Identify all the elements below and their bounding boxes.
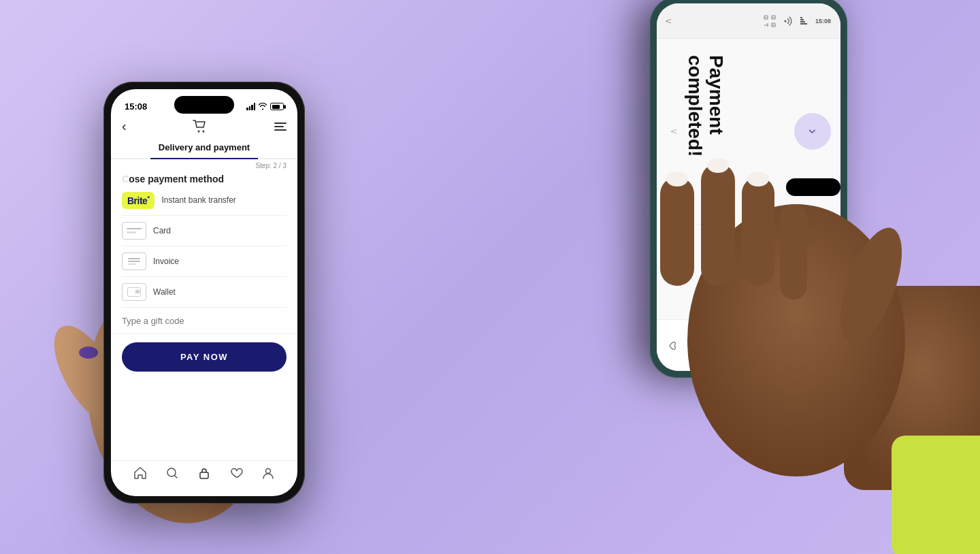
payment-option-wallet[interactable]: Wallet bbox=[122, 277, 287, 308]
svg-point-11 bbox=[198, 130, 200, 132]
payment-details: Amount: 200 EUR Bank: Nordea Reference: … bbox=[657, 224, 840, 319]
svg-line-17 bbox=[175, 476, 178, 478]
landscape-main: › Paymentcompleted! ∨ bbox=[657, 39, 840, 224]
battery-icon bbox=[270, 103, 284, 110]
svg-rect-37 bbox=[765, 17, 766, 18]
step-indicator: Step: 2 / 3 bbox=[111, 159, 297, 171]
nav-home-icon[interactable] bbox=[133, 466, 147, 480]
detail-amount: Amount: 200 EUR bbox=[764, 233, 772, 311]
svg-point-12 bbox=[203, 130, 205, 132]
landscape-signal-bars bbox=[800, 17, 807, 25]
cart-icon[interactable] bbox=[193, 120, 208, 133]
svg-point-15 bbox=[137, 291, 138, 292]
close-button[interactable]: CLOSE bbox=[751, 333, 830, 359]
svg-rect-35 bbox=[772, 17, 774, 18]
power-button bbox=[757, 377, 786, 380]
menu-button[interactable] bbox=[274, 123, 287, 131]
nav-search-icon[interactable] bbox=[165, 466, 179, 480]
payment-method-section: Cose payment method Brite* Instant bank … bbox=[111, 171, 297, 308]
close-panel: CLOSE Brite* 03090-4165 bbox=[657, 319, 840, 371]
landscape-wifi-icon bbox=[784, 16, 792, 26]
landscape-refresh-icon[interactable] bbox=[685, 340, 696, 351]
gift-code-section[interactable] bbox=[111, 308, 297, 334]
payment-option-card[interactable]: Card bbox=[122, 216, 287, 246]
payment-complete-title: Paymentcompleted! bbox=[684, 55, 726, 208]
nav-heart-icon[interactable] bbox=[229, 466, 243, 480]
scroll-down-indicator: ∨ bbox=[669, 55, 680, 208]
wifi-icon bbox=[259, 103, 267, 110]
landscape-time: 15:08 bbox=[815, 18, 831, 25]
landscape-sidebar: 15:08 bbox=[657, 3, 840, 39]
landscape-signal bbox=[800, 17, 807, 25]
card-description: Card bbox=[153, 226, 171, 235]
delivery-payment-tab[interactable]: Delivery and payment bbox=[150, 140, 258, 159]
time-left: 15:08 bbox=[125, 101, 147, 112]
phone-nav-bar: ‹ bbox=[111, 114, 297, 140]
nav-lock-icon[interactable] bbox=[197, 466, 211, 480]
dynamic-island-right bbox=[786, 178, 840, 196]
pay-now-button[interactable]: PAY NOW bbox=[122, 342, 287, 372]
landscape-scan-icon bbox=[764, 15, 776, 27]
landscape-chevron-down: ∨ bbox=[664, 18, 674, 25]
dynamic-island-left bbox=[174, 96, 234, 114]
pay-now-section: PAY NOW bbox=[111, 334, 297, 380]
brite-id: 03090-4165 bbox=[713, 331, 719, 360]
svg-rect-18 bbox=[200, 472, 208, 478]
nav-profile-icon[interactable] bbox=[261, 466, 275, 480]
detail-date: Date: 2022-09-23 bbox=[725, 233, 733, 311]
gift-code-input[interactable] bbox=[122, 316, 287, 326]
payment-option-invoice[interactable]: Invoice bbox=[122, 246, 287, 277]
detail-reference: Reference: RF532SOMZD bbox=[738, 233, 746, 311]
card-icon bbox=[122, 222, 146, 240]
tab-bar: Delivery and payment bbox=[111, 140, 297, 159]
detail-bank: Bank: Nordea bbox=[751, 233, 759, 311]
svg-rect-36 bbox=[772, 25, 774, 26]
svg-point-19 bbox=[265, 469, 270, 474]
payment-option-brite[interactable]: Brite* Instant bank transfer bbox=[122, 186, 287, 216]
svg-point-31 bbox=[784, 20, 786, 22]
invoice-icon bbox=[122, 252, 146, 270]
brite-description: Instant bank transfer bbox=[161, 195, 235, 205]
back-button[interactable]: ‹ bbox=[122, 118, 127, 134]
payment-section-title: Cose payment method bbox=[122, 174, 287, 184]
wallet-description: Wallet bbox=[153, 287, 176, 297]
wallet-icon bbox=[122, 283, 146, 301]
bottom-nav bbox=[111, 460, 297, 485]
brite-logo: Brite* bbox=[122, 192, 154, 209]
landscape-heart-icon[interactable] bbox=[668, 340, 679, 351]
invoice-description: Invoice bbox=[153, 257, 179, 266]
left-phone: 15:08 bbox=[103, 82, 305, 504]
next-chevron-button[interactable]: › bbox=[794, 113, 831, 150]
right-phone: 15:08 bbox=[558, 88, 939, 286]
brite-badge-right: Brite* bbox=[730, 335, 742, 356]
signal-icon bbox=[246, 103, 255, 110]
